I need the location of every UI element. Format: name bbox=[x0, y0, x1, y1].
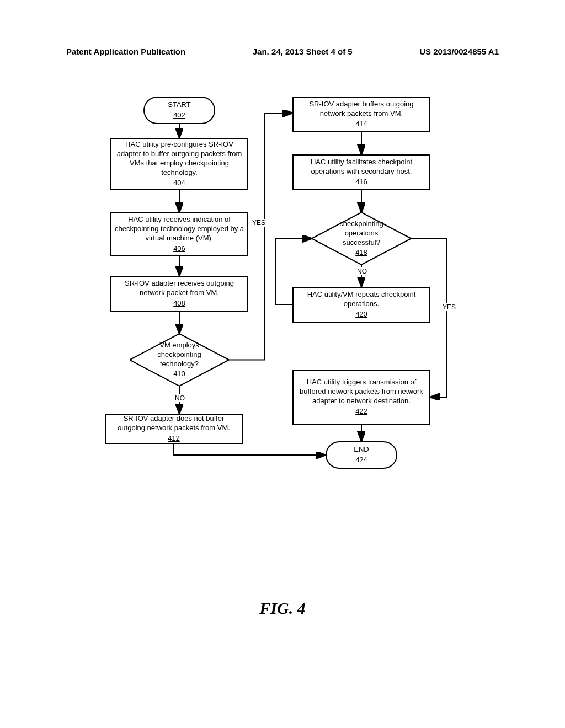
label-no-410: NO bbox=[174, 394, 186, 402]
flowchart: START 402 HAC utility pre-configures SR-… bbox=[88, 97, 475, 538]
label-yes-410: YES bbox=[251, 219, 266, 227]
header-right: US 2013/0024855 A1 bbox=[419, 47, 499, 56]
header-left: Patent Application Publication bbox=[66, 47, 185, 56]
label-yes-418: YES bbox=[441, 303, 457, 311]
figure-label: FIG. 4 bbox=[259, 599, 305, 618]
header-center: Jan. 24, 2013 Sheet 4 of 5 bbox=[253, 47, 353, 56]
arrows bbox=[88, 97, 475, 538]
label-no-418: NO bbox=[356, 267, 368, 275]
